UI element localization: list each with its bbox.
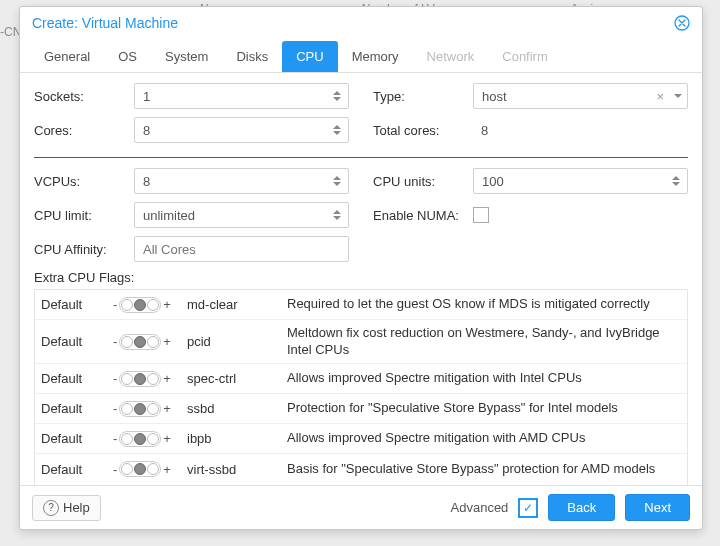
flag-state: Default	[41, 431, 113, 446]
tab-bar: General OS System Disks CPU Memory Netwo…	[20, 35, 702, 73]
tristate-radio[interactable]	[119, 461, 161, 477]
extra-cpu-flags-label: Extra CPU Flags:	[34, 270, 688, 285]
tab-general[interactable]: General	[30, 41, 104, 72]
enable-numa-checkbox[interactable]	[473, 207, 489, 223]
flag-state: Default	[41, 297, 113, 312]
help-button-label: Help	[63, 500, 90, 515]
tab-network: Network	[413, 41, 489, 72]
flag-description: Required to let the guest OS know if MDS…	[287, 296, 681, 313]
total-cores-label: Total cores:	[373, 123, 473, 138]
flag-row-virt-ssbd: Default-+virt-ssbdBasis for "Speculative…	[35, 454, 687, 484]
cpu-affinity-input[interactable]	[134, 236, 349, 262]
flag-state: Default	[41, 371, 113, 386]
tristate-radio[interactable]	[119, 334, 161, 350]
cpu-flags-table: Default-+md-clearRequired to let the gue…	[34, 289, 688, 485]
flag-name: ssbd	[187, 401, 287, 416]
flag-row-md-clear: Default-+md-clearRequired to let the gue…	[35, 290, 687, 320]
flag-description: Meltdown fix cost reduction on Westmere,…	[287, 325, 681, 359]
flag-tristate[interactable]: -+	[113, 297, 187, 313]
flag-state: Default	[41, 462, 113, 477]
close-icon[interactable]	[674, 15, 690, 31]
back-button[interactable]: Back	[548, 494, 615, 521]
tristate-radio[interactable]	[119, 297, 161, 313]
cpu-units-label: CPU units:	[373, 174, 473, 189]
modal-title: Create: Virtual Machine	[32, 15, 178, 31]
help-button[interactable]: ? Help	[32, 495, 101, 521]
vcpus-label: VCPUs:	[34, 174, 134, 189]
flag-state: Default	[41, 401, 113, 416]
flag-description: Allows improved Spectre mitigation with …	[287, 370, 681, 387]
flag-description: Allows improved Spectre mitigation with …	[287, 430, 681, 447]
cpu-limit-input[interactable]	[134, 202, 349, 228]
flag-name: pcid	[187, 334, 287, 349]
cores-label: Cores:	[34, 123, 134, 138]
flag-description: Protection for "Speculative Store Bypass…	[287, 400, 681, 417]
chevron-down-icon[interactable]	[674, 83, 682, 109]
total-cores-value: 8	[473, 123, 688, 138]
tristate-radio[interactable]	[119, 431, 161, 447]
flag-tristate[interactable]: -+	[113, 334, 187, 350]
tab-system[interactable]: System	[151, 41, 222, 72]
flag-description: Basis for "Speculative Store Bypass" pro…	[287, 461, 681, 478]
create-vm-modal: Create: Virtual Machine General OS Syste…	[19, 6, 703, 530]
tab-confirm: Confirm	[488, 41, 562, 72]
next-button[interactable]: Next	[625, 494, 690, 521]
tab-memory[interactable]: Memory	[338, 41, 413, 72]
cpu-limit-label: CPU limit:	[34, 208, 134, 223]
type-label: Type:	[373, 89, 473, 104]
flag-name: ibpb	[187, 431, 287, 446]
flag-row-spec-ctrl: Default-+spec-ctrlAllows improved Spectr…	[35, 364, 687, 394]
flag-tristate[interactable]: -+	[113, 431, 187, 447]
flag-tristate[interactable]: -+	[113, 371, 187, 387]
advanced-label: Advanced	[451, 500, 509, 515]
flag-name: virt-ssbd	[187, 462, 287, 477]
flag-tristate[interactable]: -+	[113, 401, 187, 417]
flag-row-ssbd: Default-+ssbdProtection for "Speculative…	[35, 394, 687, 424]
flag-state: Default	[41, 334, 113, 349]
section-divider	[34, 157, 688, 158]
enable-numa-label: Enable NUMA:	[373, 208, 473, 223]
sockets-input[interactable]	[134, 83, 349, 109]
vcpus-input[interactable]	[134, 168, 349, 194]
help-icon: ?	[43, 500, 59, 516]
flag-row-pcid: Default-+pcidMeltdown fix cost reduction…	[35, 320, 687, 364]
cpu-affinity-label: CPU Affinity:	[34, 242, 134, 257]
tab-disks[interactable]: Disks	[222, 41, 282, 72]
tristate-radio[interactable]	[119, 401, 161, 417]
sockets-label: Sockets:	[34, 89, 134, 104]
tristate-radio[interactable]	[119, 371, 161, 387]
cores-input[interactable]	[134, 117, 349, 143]
advanced-checkbox[interactable]: ✓	[518, 498, 538, 518]
flag-row-ibpb: Default-+ibpbAllows improved Spectre mit…	[35, 424, 687, 454]
flag-tristate[interactable]: -+	[113, 461, 187, 477]
clear-icon[interactable]: ×	[656, 83, 664, 109]
flag-name: spec-ctrl	[187, 371, 287, 386]
tab-os[interactable]: OS	[104, 41, 151, 72]
cpu-units-input[interactable]	[473, 168, 688, 194]
tab-cpu[interactable]: CPU	[282, 41, 337, 72]
flag-name: md-clear	[187, 297, 287, 312]
